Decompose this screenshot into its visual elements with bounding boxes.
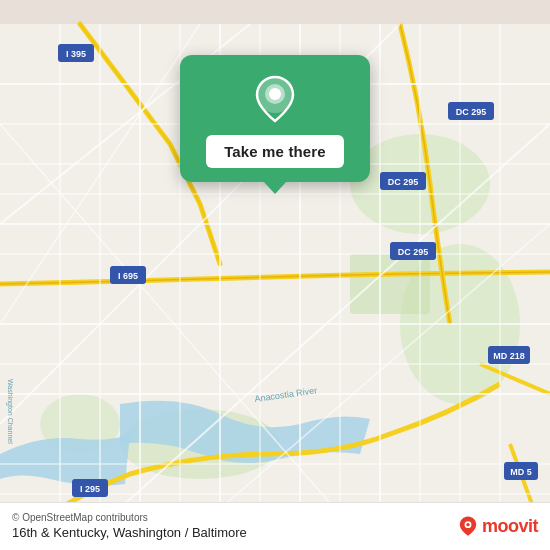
map-container: I 395 I 695 DC 295 DC 295 DC 295 I 295 M… — [0, 0, 550, 550]
osm-attribution: © OpenStreetMap contributors — [12, 512, 247, 523]
location-label: 16th & Kentucky, Washington / Baltimore — [12, 525, 247, 540]
svg-point-51 — [466, 523, 469, 526]
svg-text:I 395: I 395 — [66, 49, 86, 59]
take-me-there-button[interactable]: Take me there — [206, 135, 344, 168]
moovit-logo: moovit — [457, 515, 538, 537]
svg-text:DC 295: DC 295 — [398, 247, 429, 257]
svg-text:DC 295: DC 295 — [388, 177, 419, 187]
svg-rect-4 — [350, 254, 430, 314]
location-pin-icon — [249, 73, 301, 125]
svg-text:I 295: I 295 — [80, 484, 100, 494]
svg-text:I 695: I 695 — [118, 271, 138, 281]
svg-point-49 — [269, 88, 281, 100]
svg-text:Washington Channel: Washington Channel — [6, 379, 14, 444]
moovit-text: moovit — [482, 516, 538, 537]
svg-text:MD 5: MD 5 — [510, 467, 532, 477]
svg-text:DC 295: DC 295 — [456, 107, 487, 117]
popup-card: Take me there — [180, 55, 370, 182]
app: I 395 I 695 DC 295 DC 295 DC 295 I 295 M… — [0, 0, 550, 550]
svg-text:MD 218: MD 218 — [493, 351, 525, 361]
bottom-bar: © OpenStreetMap contributors 16th & Kent… — [0, 502, 550, 550]
moovit-icon — [457, 515, 479, 537]
